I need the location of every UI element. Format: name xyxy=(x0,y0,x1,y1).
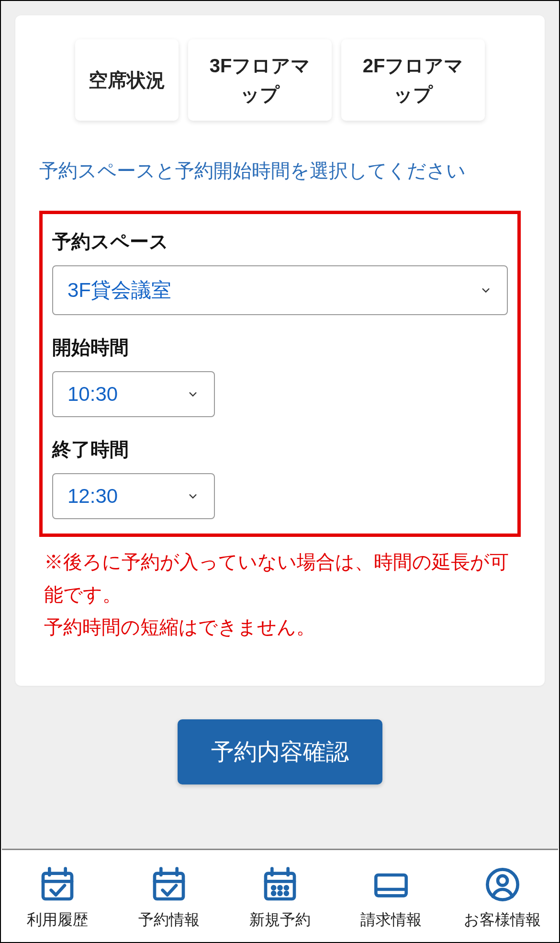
nav-new-booking[interactable]: 新規予約 xyxy=(232,865,328,931)
calendar-check-icon xyxy=(147,865,190,904)
chevron-down-icon xyxy=(186,489,200,503)
space-label: 予約スペース xyxy=(52,228,508,255)
confirm-booking-button[interactable]: 予約内容確認 xyxy=(178,719,382,784)
svg-point-14 xyxy=(285,886,288,889)
note-text: ※後ろに予約が入っていない場合は、時間の延長が可能です。予約時間の短縮はできませ… xyxy=(39,545,521,643)
space-value: 3F貸会議室 xyxy=(67,277,171,304)
booking-card: 空席状況 3Fフロアマップ 2Fフロアマップ 予約スペースと予約開始時間を選択し… xyxy=(15,15,545,686)
end-time-select[interactable]: 12:30 xyxy=(52,473,215,519)
space-select[interactable]: 3F貸会議室 xyxy=(52,265,508,315)
nav-label: 予約情報 xyxy=(138,909,200,931)
chevron-down-icon xyxy=(186,387,200,401)
calendar-check-icon xyxy=(36,865,79,904)
prompt-text: 予約スペースと予約開始時間を選択してください xyxy=(39,154,521,187)
start-time-label: 開始時間 xyxy=(52,334,508,361)
nav-label: 新規予約 xyxy=(249,909,311,931)
nav-billing-info[interactable]: 請求情報 xyxy=(343,865,439,931)
nav-label: 利用履歴 xyxy=(27,909,88,931)
start-time-value: 10:30 xyxy=(67,383,118,406)
calendar-dots-icon xyxy=(258,865,302,904)
svg-rect-18 xyxy=(376,875,406,896)
nav-label: 請求情報 xyxy=(360,909,422,931)
tab-floor-2f[interactable]: 2Fフロアマップ xyxy=(341,39,485,121)
user-circle-icon xyxy=(481,865,524,904)
svg-point-13 xyxy=(279,886,281,889)
tab-bar: 空席状況 3Fフロアマップ 2Fフロアマップ xyxy=(39,39,521,121)
chevron-down-icon xyxy=(479,284,493,297)
credit-card-icon xyxy=(370,865,413,904)
bottom-nav: 利用履歴 予約情報 xyxy=(2,849,558,941)
end-time-label: 終了時間 xyxy=(52,436,508,463)
svg-point-12 xyxy=(272,886,275,889)
svg-point-16 xyxy=(279,892,281,895)
nav-booking-info[interactable]: 予約情報 xyxy=(121,865,217,931)
nav-label: お客様情報 xyxy=(464,909,541,931)
nav-usage-history[interactable]: 利用履歴 xyxy=(10,865,105,931)
start-time-select[interactable]: 10:30 xyxy=(52,371,215,417)
tab-availability[interactable]: 空席状況 xyxy=(75,39,179,121)
tab-floor-3f[interactable]: 3Fフロアマップ xyxy=(188,39,332,121)
nav-customer-info[interactable]: お客様情報 xyxy=(455,865,550,931)
svg-point-21 xyxy=(498,876,507,886)
svg-point-17 xyxy=(285,892,288,895)
end-time-value: 12:30 xyxy=(67,485,118,508)
booking-form-highlight: 予約スペース 3F貸会議室 開始時間 10:30 終了時 xyxy=(39,211,521,537)
svg-point-15 xyxy=(272,892,275,895)
